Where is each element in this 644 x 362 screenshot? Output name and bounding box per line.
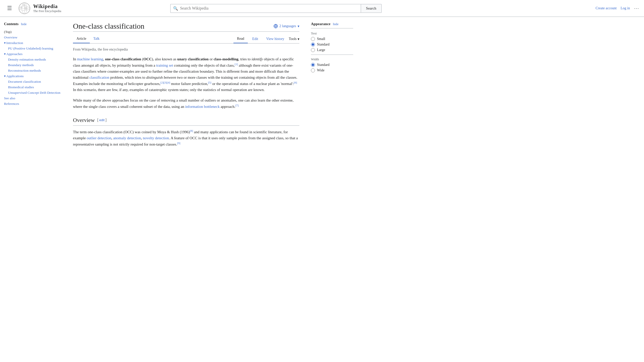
wikipedia-logo-link[interactable]: Wikipedia The Free Encyclopedia: [18, 2, 61, 15]
toc-link-approaches[interactable]: Approaches: [6, 52, 22, 56]
link-information-bottleneck[interactable]: information bottleneck: [185, 105, 220, 109]
text-size-large-label: Large: [317, 48, 325, 52]
toc-link-unsupervised-concept-drift[interactable]: Unsupervised Concept Drift Detection: [8, 91, 60, 95]
appearance-panel: Appearance hide Text Small Standard Larg…: [307, 17, 357, 162]
toc-item-overview[interactable]: Overview: [4, 35, 61, 40]
header-right-actions: Create account Log in ⋯: [595, 5, 639, 11]
toc-link-overview[interactable]: Overview: [4, 35, 17, 39]
ref-9[interactable]: [9]: [177, 142, 180, 145]
width-section-label: Width: [311, 57, 353, 61]
text-size-standard-label: Standard: [317, 42, 330, 47]
login-link[interactable]: Log in: [621, 6, 630, 10]
toc-collapse-applications[interactable]: ▾: [4, 74, 6, 78]
ref-8[interactable]: [8]: [190, 129, 193, 132]
toc-link-boundary-methods[interactable]: Boundary methods: [8, 63, 34, 67]
toc-item-references[interactable]: References: [4, 101, 61, 107]
text-size-large-radio[interactable]: [311, 48, 315, 52]
toc-item-pu-learning[interactable]: PU (Positive Unlabeled) learning: [4, 46, 61, 51]
text-size-standard[interactable]: Standard: [311, 42, 353, 47]
text-size-options: Small Standard Large: [311, 37, 353, 52]
article-meta: From Wikipedia, the free encyclopedia: [73, 48, 299, 52]
link-training-set[interactable]: training set: [156, 63, 173, 67]
ref-1[interactable]: [1]: [235, 63, 238, 66]
link-outlier-detection[interactable]: outlier detection: [87, 136, 111, 140]
toc-item-unsupervised-concept-drift[interactable]: Unsupervised Concept Drift Detection: [4, 90, 61, 96]
width-standard-label: Standard: [317, 63, 330, 67]
chevron-down-icon: ▾: [298, 24, 299, 28]
wikipedia-name: Wikipedia: [33, 4, 61, 9]
wikipedia-tagline: The Free Encyclopedia: [33, 9, 61, 13]
toc-item-see-also[interactable]: See also: [4, 96, 61, 101]
tab-view-history[interactable]: View history: [263, 35, 288, 43]
overview-heading: Overview [ edit ]: [73, 116, 299, 126]
toc-item-boundary-methods[interactable]: Boundary methods: [4, 62, 61, 68]
search-input[interactable]: [180, 6, 358, 11]
search-button[interactable]: Search: [361, 4, 382, 13]
toc-item-density-estimation[interactable]: Density estimation methods: [4, 57, 61, 62]
tab-talk[interactable]: Talk: [90, 35, 103, 43]
toc-collapse-introduction[interactable]: ▾: [4, 41, 6, 45]
toc-link-see-also[interactable]: See also: [4, 96, 15, 100]
appearance-divider: [311, 55, 353, 55]
toc-item-biomedical-studies[interactable]: Biomedical studies: [4, 84, 61, 90]
ref-7[interactable]: [7]: [235, 104, 239, 107]
hamburger-menu-button[interactable]: ☰: [5, 4, 14, 13]
width-wide-radio[interactable]: [311, 68, 315, 72]
width-standard-radio[interactable]: [311, 63, 315, 67]
toc-item-document-classification[interactable]: Document classification: [4, 79, 61, 84]
appearance-header: Appearance hide: [311, 22, 353, 28]
tools-button[interactable]: Tools ▾: [289, 37, 299, 41]
text-size-standard-radio[interactable]: [311, 42, 315, 47]
overview-heading-text: Overview: [73, 116, 95, 124]
more-options-button[interactable]: ⋯: [634, 5, 639, 11]
link-anomaly-detection[interactable]: anomaly detection: [113, 136, 141, 140]
toc-link-references[interactable]: References: [4, 102, 19, 106]
width-options: Standard Wide: [311, 63, 353, 72]
toc-link-pu-learning[interactable]: PU (Positive Unlabeled) learning: [8, 47, 53, 50]
ref-6[interactable]: [6]: [294, 81, 297, 84]
overview-edit-link[interactable]: edit: [99, 118, 105, 122]
tools-label: Tools: [289, 37, 297, 41]
search-input-wrapper: 🔍: [170, 4, 361, 13]
text-size-large[interactable]: Large: [311, 48, 353, 52]
link-novelty-detection[interactable]: novelty detection: [143, 136, 169, 140]
toc-link-biomedical-studies[interactable]: Biomedical studies: [8, 85, 34, 89]
toc-link-applications[interactable]: Applications: [6, 74, 24, 78]
toc-title: Contents: [4, 22, 19, 26]
main-layout: Contents hide (Top) Overview ▾ Introduct…: [0, 17, 644, 162]
width-wide[interactable]: Wide: [311, 68, 353, 72]
toc-item-reconstruction-methods[interactable]: Reconstruction methods: [4, 68, 61, 73]
toc-item-top: (Top): [4, 29, 61, 35]
tab-article[interactable]: Article: [73, 35, 90, 43]
search-icon: 🔍: [173, 6, 178, 11]
text-size-small-radio[interactable]: [311, 37, 315, 41]
link-classification[interactable]: classification: [89, 75, 109, 79]
language-button[interactable]: 2 languages ▾: [273, 24, 299, 28]
search-form: 🔍 Search: [170, 4, 382, 13]
width-standard[interactable]: Standard: [311, 63, 353, 67]
tools-chevron-icon: ▾: [298, 37, 299, 41]
translate-icon: [273, 24, 278, 28]
intro-paragraph-1: In machine learning, one-class classific…: [73, 56, 299, 93]
ref-5[interactable]: [5]: [208, 81, 211, 84]
toc-link-density-estimation[interactable]: Density estimation methods: [8, 58, 46, 61]
article-tab-bar: Article Talk Read Edit View history Tool…: [73, 35, 299, 43]
toc-link-reconstruction-methods[interactable]: Reconstruction methods: [8, 69, 41, 72]
article-title: One-class classification 2 languages ▾: [73, 22, 299, 32]
ref-2-3-4[interactable]: [2][3][4]: [160, 81, 170, 84]
article-body: In machine learning, one-class classific…: [73, 56, 299, 147]
link-machine-learning[interactable]: machine learning: [77, 57, 103, 61]
toc-item-applications: ▾ Applications: [4, 73, 61, 79]
tab-read[interactable]: Read: [233, 35, 248, 43]
toc-link-introduction[interactable]: Introduction: [6, 41, 23, 45]
tab-edit[interactable]: Edit: [249, 35, 262, 43]
toc-collapse-approaches[interactable]: ▾: [4, 52, 6, 56]
text-section-label: Text: [311, 31, 353, 35]
create-account-link[interactable]: Create account: [595, 6, 617, 10]
toc-link-document-classification[interactable]: Document classification: [8, 80, 41, 83]
text-size-small[interactable]: Small: [311, 37, 353, 41]
toc-hide-button[interactable]: hide: [21, 22, 27, 26]
appearance-hide-button[interactable]: hide: [333, 22, 339, 26]
toc-label-top: (Top): [4, 29, 12, 34]
language-count: 2 languages: [279, 24, 296, 28]
